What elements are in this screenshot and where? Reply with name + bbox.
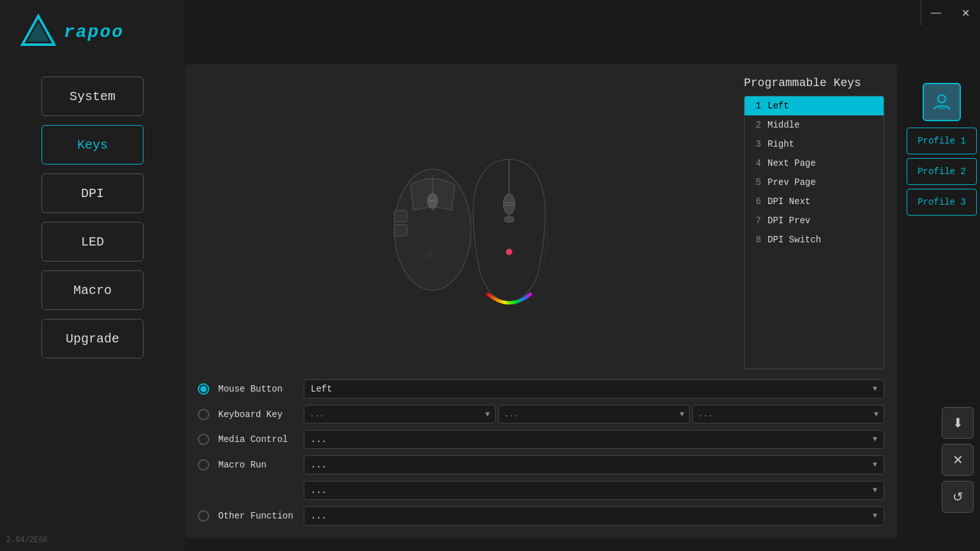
media-control-label: Media Control bbox=[218, 434, 295, 444]
keys-list: 1 Left 2 Middle 3 Right 4 Next Page 5 bbox=[744, 96, 884, 369]
media-control-row: Media Control ... ▼ bbox=[198, 430, 884, 449]
sidebar: rapoo System Keys DPI LED Macro Upgrade … bbox=[0, 0, 185, 551]
macro-run-dropdown[interactable]: ... ▼ bbox=[304, 455, 884, 474]
kk-chevron2: ▼ bbox=[679, 410, 684, 419]
macro-run-label: Macro Run bbox=[218, 460, 295, 470]
mouse-button-row: Mouse Button Left ▼ bbox=[198, 379, 884, 399]
other-function-chevron: ▼ bbox=[873, 511, 877, 520]
other-function-dropdown[interactable]: ... ▼ bbox=[304, 506, 884, 525]
other-function-radio[interactable] bbox=[198, 510, 209, 522]
minimize-button[interactable]: — bbox=[921, 0, 951, 26]
keys-nav-button[interactable]: Keys bbox=[41, 125, 144, 165]
key-item-right[interactable]: 3 Right bbox=[745, 135, 884, 154]
mouse-display-area: V bbox=[198, 77, 731, 369]
macro-chevron: ▼ bbox=[873, 460, 877, 469]
upgrade-nav-button[interactable]: Upgrade bbox=[41, 319, 144, 358]
download-button[interactable]: ⬇ bbox=[942, 407, 974, 439]
svg-rect-8 bbox=[394, 210, 407, 222]
key-item-middle[interactable]: 2 Middle bbox=[745, 115, 884, 135]
key-item-prev-page[interactable]: 5 Prev Page bbox=[745, 173, 884, 192]
rapoo-logo-icon bbox=[19, 13, 57, 51]
keyboard-key-radio[interactable] bbox=[198, 409, 209, 420]
user-icon bbox=[932, 92, 952, 112]
dpi-nav-button[interactable]: DPI bbox=[41, 173, 144, 213]
key-item-dpi-switch[interactable]: 8 DPI Switch bbox=[745, 230, 884, 249]
bottom-controls: Mouse Button Left ▼ Keyboard Key ... ▼ .… bbox=[198, 379, 884, 525]
profile1-button[interactable]: Profile 1 bbox=[907, 128, 977, 154]
main-content: V bbox=[185, 64, 897, 538]
media-control-dropdown[interactable]: ... ▼ bbox=[304, 430, 884, 449]
programmable-keys-title: Programmable Keys bbox=[744, 77, 884, 89]
system-nav-button[interactable]: System bbox=[41, 77, 144, 116]
media-chevron: ▼ bbox=[873, 435, 877, 444]
profiles-panel: Profile 1 Profile 2 Profile 3 bbox=[903, 83, 980, 219]
keyboard-key-dropdown1[interactable]: ... ▼ bbox=[304, 405, 496, 423]
svg-point-2 bbox=[938, 95, 946, 103]
keyboard-key-row: Keyboard Key ... ▼ ... ▼ ... ▼ bbox=[198, 405, 884, 423]
profile-user-icon-button[interactable] bbox=[923, 83, 961, 121]
key-item-dpi-next[interactable]: 6 DPI Next bbox=[745, 192, 884, 211]
svg-rect-15 bbox=[505, 217, 514, 222]
title-bar: — ✕ bbox=[916, 0, 980, 26]
version-label: 2.04/2E66 bbox=[6, 536, 48, 545]
extra-dropdown[interactable]: ... ▼ bbox=[304, 481, 884, 500]
mouse-illustration: V bbox=[362, 140, 567, 306]
mouse-button-dropdown[interactable]: Left ▼ bbox=[304, 379, 884, 399]
key-item-dpi-prev[interactable]: 7 DPI Prev bbox=[745, 211, 884, 230]
mouse-button-label: Mouse Button bbox=[218, 384, 295, 394]
other-function-label: Other Function bbox=[218, 511, 295, 521]
logo: rapoo bbox=[0, 13, 124, 51]
reset-button[interactable]: ↺ bbox=[942, 481, 974, 513]
macro-run-radio[interactable] bbox=[198, 459, 209, 471]
brand-name: rapoo bbox=[64, 22, 124, 42]
keyboard-key-dropdown2[interactable]: ... ▼ bbox=[498, 405, 690, 423]
key-item-left[interactable]: 1 Left bbox=[745, 96, 884, 115]
svg-text:V: V bbox=[426, 247, 433, 262]
programmable-keys-panel: Programmable Keys 1 Left 2 Middle 3 Righ… bbox=[744, 77, 884, 369]
kk-chevron3: ▼ bbox=[874, 410, 879, 419]
other-function-row: Other Function ... ▼ bbox=[198, 506, 884, 525]
extra-dropdown-row: ... ▼ bbox=[198, 481, 884, 500]
media-control-radio[interactable] bbox=[198, 434, 209, 445]
svg-rect-3 bbox=[938, 107, 946, 109]
macro-run-row: Macro Run ... ▼ bbox=[198, 455, 884, 474]
bottom-right-actions: ⬇ ✕ ↺ bbox=[942, 407, 974, 513]
extra-chevron: ▼ bbox=[873, 486, 877, 495]
cancel-action-button[interactable]: ✕ bbox=[942, 444, 974, 476]
mouse-button-chevron: ▼ bbox=[873, 385, 877, 393]
led-nav-button[interactable]: LED bbox=[41, 222, 144, 261]
mouse-button-radio[interactable] bbox=[198, 383, 209, 395]
content-inner: V bbox=[198, 77, 884, 369]
keyboard-key-label: Keyboard Key bbox=[218, 409, 295, 420]
profile2-button[interactable]: Profile 2 bbox=[907, 158, 977, 185]
keyboard-key-dropdown3[interactable]: ... ▼ bbox=[692, 405, 884, 423]
keyboard-key-dropdowns: ... ▼ ... ▼ ... ▼ bbox=[304, 405, 884, 423]
svg-point-12 bbox=[503, 194, 515, 214]
key-item-next-page[interactable]: 4 Next Page bbox=[745, 154, 884, 173]
svg-point-16 bbox=[506, 249, 512, 255]
kk-chevron1: ▼ bbox=[485, 410, 489, 419]
svg-rect-9 bbox=[394, 224, 407, 236]
macro-nav-button[interactable]: Macro bbox=[41, 270, 144, 310]
profile3-button[interactable]: Profile 3 bbox=[907, 189, 977, 216]
close-button[interactable]: ✕ bbox=[951, 0, 980, 26]
